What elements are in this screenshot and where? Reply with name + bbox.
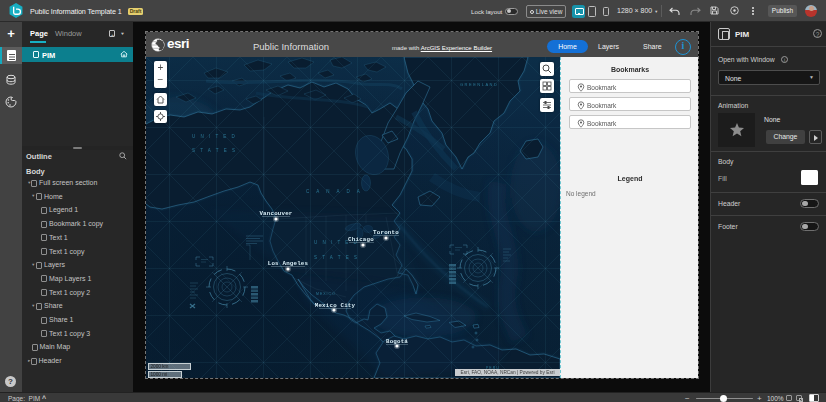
svg-text:S T A T E S: S T A T E S [314, 255, 359, 260]
svg-text:MEXICO: MEXICO [316, 292, 336, 296]
svg-text:Los Angeles: Los Angeles [268, 260, 309, 267]
svg-text:Toronto: Toronto [373, 229, 399, 236]
svg-text:Chicago: Chicago [348, 236, 374, 243]
svg-text:C A N A D A: C A N A D A [306, 189, 363, 194]
svg-text:S T A T E S: S T A T E S [192, 148, 237, 153]
svg-text:Vancouver: Vancouver [259, 210, 292, 217]
svg-text:Mexico City: Mexico City [315, 302, 356, 309]
svg-text:GREENLAND: GREENLAND [460, 82, 498, 87]
svg-text:Bogotá: Bogotá [386, 338, 408, 345]
svg-text:U N I T E D: U N I T E D [192, 134, 237, 139]
